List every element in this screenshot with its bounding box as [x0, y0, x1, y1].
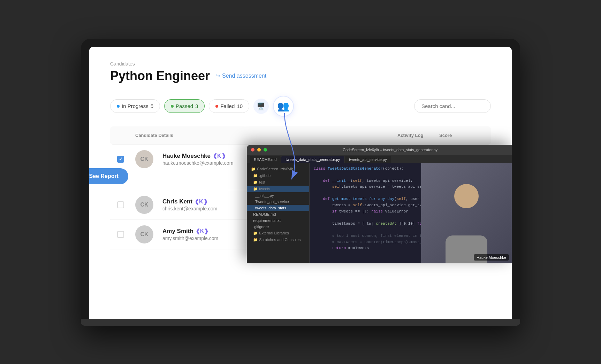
- checkbox-chris[interactable]: [117, 201, 124, 208]
- th-activity-log: Activity Log: [393, 130, 435, 141]
- app-container: Candidates Python Engineer ↪ Send assess…: [89, 47, 512, 263]
- sidebar-item-codescreen[interactable]: 📁 CodeScreen_lzfv6ylb: [247, 166, 309, 172]
- interview-icon-button[interactable]: 👥: [273, 96, 294, 117]
- table-header: Candidate Details Activity Log Score: [110, 126, 491, 145]
- breadcrumb: Candidates: [110, 61, 491, 67]
- in-progress-dot: [117, 105, 120, 108]
- checkbox-hauke[interactable]: [117, 156, 124, 163]
- th-empty: [262, 130, 393, 141]
- sidebar-item-ext-libs[interactable]: 📁 External Libraries: [247, 230, 309, 237]
- send-assessment-button[interactable]: ↪ Send assessment: [215, 72, 266, 79]
- filter-failed[interactable]: Failed 10: [209, 99, 249, 113]
- candidate-info-hauke: Hauke Moeschke ❰K❱ hauke.moeschke@exampl…: [158, 153, 237, 166]
- person-head: [454, 184, 479, 208]
- ide-min-dot: [257, 148, 261, 152]
- code-line-8: if tweets == []: raise ValueError: [314, 209, 417, 215]
- action-cell-hauke: See Report: [110, 168, 131, 184]
- ide-code-area: class TweetsDataStatsGenerator(object): …: [310, 163, 421, 263]
- kotlin-icon-amy: ❰K❱: [196, 228, 209, 234]
- sidebar-item-tweets-stats[interactable]: tweets_data_stats: [247, 205, 309, 211]
- assessment-icon-button[interactable]: 🖥️: [253, 99, 269, 114]
- th-score: Score: [435, 130, 491, 141]
- code-line-13: # maxTweets = Counter(timeStamps).most_c…: [314, 239, 417, 246]
- checkbox-wrap-amy: [110, 231, 131, 238]
- search-wrap: [414, 99, 491, 113]
- candidate-email-hauke: hauke.moeschke@example.com: [162, 160, 233, 166]
- ide-body: 📁 CodeScreen_lzfv6ylb 📁 .github 📁 test 📁…: [247, 163, 512, 263]
- kotlin-icon-hauke: ❰K❱: [213, 153, 226, 159]
- code-line-6: def get_most_tweets_for_any_day(self, us…: [314, 196, 417, 202]
- th-checkbox: [110, 130, 131, 141]
- in-progress-count: 5: [151, 103, 153, 109]
- ide-title: CodeScreen_lzfv6ylb – tweets_data_stats_…: [273, 148, 508, 152]
- sidebar-item-scratches[interactable]: 📁 Scratches and Consoles: [247, 237, 309, 243]
- checkbox-amy[interactable]: [117, 231, 124, 238]
- ide-sidebar: 📁 CodeScreen_lzfv6ylb 📁 .github 📁 test 📁…: [247, 163, 310, 263]
- checkbox-wrap-hauke: [110, 156, 131, 163]
- assessment-icon: 🖥️: [257, 102, 265, 110]
- ide-tab-readme[interactable]: README.md: [250, 156, 281, 163]
- checkbox-wrap-chris: [110, 201, 131, 208]
- candidate-cell-amy: CK Amy Smith ❰K❱ amy.smith@example.com: [131, 225, 262, 243]
- filter-passed[interactable]: Passed 3: [164, 99, 205, 113]
- candidate-name-hauke: Hauke Moeschke ❰K❱: [162, 153, 233, 160]
- person-silhouette: [421, 163, 512, 263]
- failed-count: 10: [237, 103, 243, 109]
- sidebar-item-github[interactable]: 📁 .github: [247, 172, 309, 179]
- video-name-tag: Hauke.Moeschke: [474, 254, 509, 261]
- ide-video-feed: [421, 163, 512, 263]
- code-line-10: timeStamps = [ tw[ createdAt ][0:10] for…: [314, 221, 417, 227]
- ide-titlebar: CodeScreen_lzfv6ylb – tweets_data_stats_…: [247, 145, 512, 155]
- sidebar-item-tweets[interactable]: 📁 tweets: [247, 186, 309, 192]
- sidebar-item-readme[interactable]: README.md: [247, 211, 309, 217]
- filter-in-progress[interactable]: In Progress 5: [110, 99, 160, 113]
- avatar-amy: CK: [135, 225, 153, 243]
- candidate-name-amy: Amy Smith ❰K❱: [162, 228, 218, 235]
- see-report-button[interactable]: See Report: [89, 168, 128, 184]
- filter-bar: In Progress 5 Passed 3 Failed 10 🖥️: [110, 96, 491, 117]
- candidate-cell-hauke: CK Hauke Moeschke ❰K❱ hauke.moeschke@exa…: [131, 150, 262, 168]
- laptop-screen: Candidates Python Engineer ↪ Send assess…: [89, 47, 512, 319]
- candidate-email-amy: amy.smith@example.com: [162, 235, 218, 241]
- sidebar-item-gitignore[interactable]: .gitignore: [247, 224, 309, 230]
- avatar-hauke: CK: [135, 150, 153, 168]
- candidate-info-chris: Chris Kent ❰K❱ chris.kent@example.com: [158, 198, 221, 211]
- sidebar-item-init[interactable]: __init__.py: [247, 192, 309, 199]
- ide-tab-service[interactable]: tweets_api_service.py: [345, 156, 391, 163]
- code-line-3: def __init__(self, tweets_api_service):: [314, 178, 417, 184]
- code-line-1: class TweetsDataStatsGenerator(object):: [314, 166, 417, 172]
- send-icon: ↪: [215, 72, 220, 79]
- passed-count: 3: [195, 103, 198, 109]
- code-line-2: [314, 172, 417, 178]
- avatar-chris: CK: [135, 196, 153, 214]
- failed-label: Failed: [220, 103, 235, 109]
- failed-dot: [215, 105, 218, 108]
- candidate-name-chris: Chris Kent ❰K❱: [162, 198, 217, 205]
- passed-label: Passed: [176, 103, 193, 109]
- ide-tabs-bar: README.md tweets_data_stats_generator.py…: [247, 155, 512, 163]
- candidate-info-amy: Amy Smith ❰K❱ amy.smith@example.com: [158, 228, 222, 241]
- ide-popup: CodeScreen_lzfv6ylb – tweets_data_stats_…: [247, 145, 512, 263]
- laptop-base: [81, 319, 520, 326]
- search-input[interactable]: [414, 99, 491, 113]
- passed-dot: [171, 105, 174, 108]
- ide-tab-main[interactable]: tweets_data_stats_generator.py: [281, 156, 344, 163]
- laptop-outer: Candidates Python Engineer ↪ Send assess…: [81, 39, 520, 326]
- code-line-4: self.tweets_api_service = tweets_api_ser…: [314, 184, 417, 190]
- send-assessment-label: Send assessment: [222, 73, 266, 79]
- code-line-11: [314, 227, 417, 233]
- code-line-7: tweets = self.tweets_api_service.get_twe…: [314, 202, 417, 209]
- ide-close-dot: [251, 148, 254, 152]
- ide-max-dot: [264, 148, 267, 152]
- candidate-cell-chris: CK Chris Kent ❰K❱ chris.kent@example.com: [131, 196, 262, 214]
- page-header: Python Engineer ↪ Send assessment: [110, 69, 491, 83]
- code-line-14: return maxTweets: [314, 245, 417, 251]
- code-line-5: [314, 190, 417, 196]
- sidebar-item-requirements[interactable]: requirements.txt: [247, 217, 309, 224]
- interview-icon: 👥: [277, 100, 289, 112]
- kotlin-icon-chris: ❰K❱: [195, 198, 208, 205]
- code-line-12: # top 1 most common, first element in tu…: [314, 233, 417, 239]
- in-progress-label: In Progress: [122, 103, 149, 109]
- sidebar-item-test[interactable]: 📁 test: [247, 179, 309, 186]
- sidebar-item-tweets-api[interactable]: Tweets_api_service: [247, 199, 309, 205]
